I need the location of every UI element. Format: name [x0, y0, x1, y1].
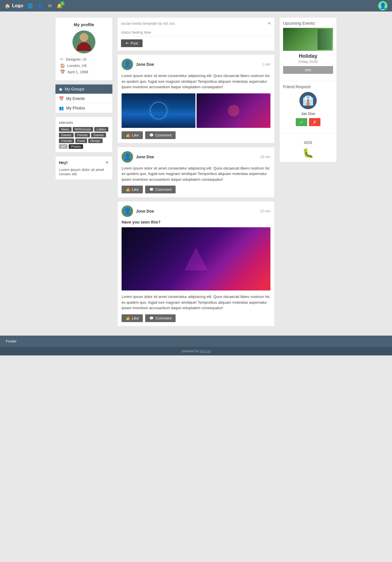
like-button-1[interactable]: 👍 Like [122, 131, 143, 139]
comment-icon: 💬 [149, 133, 154, 137]
post-status: status feeling blue [121, 28, 271, 36]
left-sidebar: My profile ✏ Designer, UI 🏠 London, UK 📅 [55, 17, 113, 183]
avatar-body [77, 42, 91, 51]
post-button-label: Post [130, 41, 138, 45]
sidebar-item-my-groups[interactable]: ◉ My Groups [55, 84, 112, 94]
post-actions-1: 👍 Like 💬 Comment [122, 131, 270, 139]
logo-text: Logo [12, 3, 23, 8]
post-text-2: Lorem ipsum dolor sit amet consectetur a… [122, 165, 270, 182]
circle-icon: ◉ [59, 87, 62, 91]
comment-button-2[interactable]: 💬 Comment [145, 186, 176, 193]
close-button[interactable]: ✕ [105, 160, 109, 165]
accept-button[interactable]: ✓ [296, 118, 307, 126]
reject-button[interactable]: ✗ [309, 118, 320, 126]
avatar [72, 30, 95, 53]
mail-icon[interactable]: ✉ [47, 3, 53, 9]
bell-icon[interactable]: 🔔 3 [57, 3, 62, 9]
events-inner: Upcoming Events: Holiday Friday 15:00 In… [280, 18, 337, 77]
profile-card: My profile ✏ Designer, UI 🏠 London, UK 📅 [55, 17, 113, 81]
hey-header: Hey! ✕ [59, 160, 109, 165]
post-username-3[interactable]: Jone Doe [136, 209, 154, 213]
comment-icon: 💬 [149, 187, 154, 192]
hey-text: Lorem ipsum dolor sit amet consec elit. [59, 168, 109, 176]
navbar-logo[interactable]: 🏠 Logo [5, 3, 23, 9]
thumbs-up-icon: 👍 [126, 316, 130, 320]
post-time-3: 32 min [260, 209, 270, 213]
avatar[interactable]: 👤 [378, 1, 387, 10]
interests-title: intersets [59, 120, 109, 125]
comment-button-1[interactable]: 💬 Comment [145, 131, 176, 139]
like-label-1: Like [132, 133, 139, 137]
post-actions-2: 👍 Like 💬 Comment [122, 186, 270, 193]
post-large-image [122, 227, 270, 290]
sidebar-item-my-events[interactable]: 📅 My Events [55, 94, 112, 103]
tag-games[interactable]: Games [59, 133, 74, 137]
footer-bottom: powered by w3.css [0, 347, 392, 355]
post-placeholder: social media template by w3.css [121, 21, 174, 26]
sidebar-item-my-photos[interactable]: 👥 My Photos [55, 103, 112, 113]
post-username-2[interactable]: Jone Doe [136, 155, 154, 159]
post-button[interactable]: ✏ Post [121, 39, 143, 47]
center-feed: social media template by w3.css ✕ status… [117, 17, 275, 330]
pencil-icon: ✏ [126, 41, 129, 45]
event-image [283, 28, 333, 51]
post-header-1: 👤 Jone Doe 1 min [122, 59, 270, 70]
friend-avatar: 👔 [299, 92, 317, 109]
tag-games2[interactable]: Games [91, 133, 106, 137]
feed-post-2: 👤 Jone Doe 16 min Lorem ipsum dolor sit … [117, 147, 275, 198]
post-headline-3: Have you seen this? [122, 220, 270, 224]
calendar-icon: 📅 [60, 70, 65, 74]
info-button[interactable]: Info [283, 66, 333, 74]
profile-birthday-text: April 1, 1988 [67, 70, 88, 74]
profile-location-text: London, UK [67, 63, 87, 68]
comment-label-1: Comment [155, 133, 172, 137]
tag-friends2[interactable]: Friends [59, 138, 74, 143]
tag-w3schools[interactable]: W3Schools [73, 127, 93, 132]
powered-text: powered by [181, 349, 199, 353]
home-icon: 🏠 [60, 63, 65, 68]
post-close-icon[interactable]: ✕ [268, 21, 271, 26]
profile-job-text: Designer, UI [66, 57, 87, 61]
tag-design[interactable]: Design [88, 138, 103, 143]
nav-menu: ◉ My Groups 📅 My Events 👥 My Photos [55, 84, 112, 113]
post-header-2: 👤 Jone Doe 16 min [122, 151, 270, 163]
right-sidebar: Upcoming Events: Holiday Friday 15:00 In… [279, 17, 337, 166]
thumbs-up-icon: 👍 [126, 133, 130, 137]
friend-name: Jan Doe [283, 111, 333, 116]
like-button-3[interactable]: 👍 Like [122, 314, 143, 322]
profile-job: ✏ Designer, UI [60, 57, 108, 61]
nav-menu-card: ◉ My Groups 📅 My Events 👥 My Photos [55, 84, 113, 113]
post-text-3: Lorem ipsum dolor sit amet consectetur a… [122, 294, 270, 311]
ads-title: ADS [283, 140, 333, 145]
globe-icon[interactable]: 🌐 [27, 3, 33, 9]
profile-title: My profile [60, 22, 108, 27]
events-title: Upcoming Events: [283, 21, 333, 26]
post-box: social media template by w3.css ✕ status… [117, 17, 275, 51]
my-photos-label: My Photos [66, 106, 85, 110]
comment-label-2: Comment [155, 187, 172, 192]
post-image-blue [122, 93, 195, 128]
comment-button-3[interactable]: 💬 Comment [145, 314, 176, 322]
tag-container: News W3Schools Lables Games Friends Game… [59, 127, 109, 149]
tag-photos[interactable]: Photos [69, 144, 83, 149]
tag-lables[interactable]: Lables [94, 127, 108, 132]
event-name: Holiday [283, 53, 333, 59]
tag-news[interactable]: News [59, 127, 72, 132]
post-username-1[interactable]: Jone Doe [136, 62, 154, 67]
post-time-2: 16 min [260, 155, 270, 159]
main-container: My profile ✏ Designer, UI 🏠 London, UK 📅 [55, 17, 337, 330]
tag-friends[interactable]: Friends [75, 133, 90, 137]
feed-post-1: 👤 Jone Doe 1 min Lorem ipsum dolor sit a… [117, 54, 275, 143]
ads-section: ADS 🐛 [280, 137, 337, 162]
like-button-2[interactable]: 👍 Like [122, 186, 143, 193]
interests-card: intersets News W3Schools Lables Games Fr… [55, 117, 113, 153]
thumbs-up-icon: 👍 [126, 187, 130, 192]
powered-link[interactable]: w3.css [200, 349, 211, 353]
tag-food[interactable]: Food [75, 138, 87, 143]
like-label-3: Like [132, 316, 139, 320]
like-label-2: Like [132, 187, 139, 192]
tag-art[interactable]: Art [59, 144, 68, 149]
post-image-purple [197, 93, 270, 128]
user-icon[interactable]: 👤 [37, 3, 43, 9]
post-header-3: 👤 Jone Doe 32 min [122, 205, 270, 217]
